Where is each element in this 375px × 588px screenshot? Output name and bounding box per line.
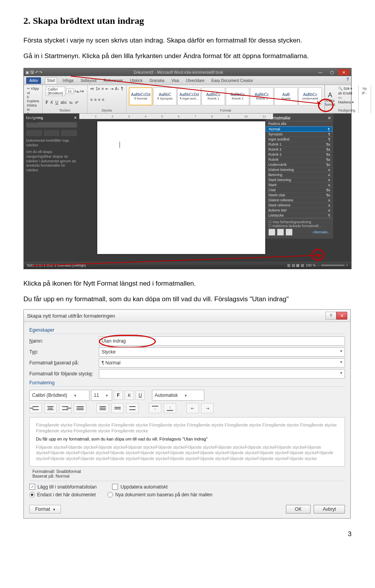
style-gallery-item[interactable]: AaBbCcDd¶ Inget avst... bbox=[177, 87, 201, 105]
minimize-button[interactable]: — bbox=[314, 69, 326, 75]
style-pane-item[interactable]: Citat¶a bbox=[266, 188, 332, 193]
dlg-spacebefore-inc-button[interactable]: ↕ bbox=[149, 403, 161, 413]
find-button[interactable]: 🔍 Sök ▾ bbox=[338, 87, 355, 91]
close-button[interactable]: ✕ bbox=[338, 69, 350, 75]
styles-preview-checkbox[interactable]: ☐ Visa förhandsgranskning bbox=[268, 220, 330, 224]
style-pane-item[interactable]: Normal¶ bbox=[266, 126, 332, 132]
dlg-format-menu-button[interactable]: Format bbox=[29, 505, 61, 513]
cut-button[interactable]: ✂ Klipp ut bbox=[27, 87, 39, 95]
new-style-icon[interactable] bbox=[268, 229, 275, 236]
format-painter-button[interactable]: ✎ Hämta format bbox=[27, 112, 39, 124]
style-pane-item[interactable]: Underrubrik¶a bbox=[266, 162, 332, 167]
style-gallery-item[interactable]: AaBbCcRubrik 3 bbox=[250, 87, 273, 105]
zoom-plus-icon[interactable]: + bbox=[346, 263, 348, 267]
bullets-icon[interactable]: •≡ bbox=[91, 87, 94, 91]
style-inspector-icon[interactable] bbox=[277, 229, 284, 236]
pilcrow-icon[interactable]: ¶ bbox=[121, 87, 123, 91]
dlg-font-color-select[interactable]: Automatisk bbox=[152, 390, 204, 401]
dlg-cancel-button[interactable]: Avbryt bbox=[314, 505, 345, 513]
numbering-icon[interactable]: 1≡ bbox=[96, 87, 100, 91]
styles-pane-close-icon[interactable]: ✕ bbox=[328, 116, 331, 120]
style-gallery-item[interactable]: AaBbC¶ Synopsis bbox=[153, 87, 177, 105]
maximize-button[interactable]: ▢ bbox=[326, 69, 338, 75]
multilevel-icon[interactable]: ≡ bbox=[102, 87, 104, 91]
indent-dec-icon[interactable]: ⇤ bbox=[105, 87, 109, 91]
dlg-indent-inc-button[interactable]: ⇥ bbox=[201, 403, 214, 413]
tab-visa[interactable]: Visa bbox=[170, 78, 180, 83]
dlg-linespacing-wide-button[interactable] bbox=[126, 403, 139, 413]
dialog-close-button[interactable]: ✕ bbox=[336, 312, 347, 320]
dlg-only-this-doc-radio[interactable]: Endast i det här dokumentet bbox=[29, 492, 96, 497]
paste-button[interactable]: Klistra in bbox=[27, 103, 39, 112]
style-pane-item[interactable]: Rubrik 1¶a bbox=[266, 142, 332, 147]
select-button[interactable]: ▭ Markera ▾ bbox=[338, 96, 355, 105]
change-styles-button[interactable]: A Ändra format bbox=[325, 85, 335, 113]
styles-options-link[interactable]: Alternativ... bbox=[313, 230, 330, 234]
copy-button[interactable]: ⎘ Kopiera bbox=[27, 95, 39, 104]
style-pane-item[interactable]: Stark betoninga bbox=[266, 178, 332, 183]
strike-button[interactable]: abc bbox=[61, 100, 67, 105]
shrink-font-icon[interactable]: A▾ bbox=[80, 89, 84, 93]
page-canvas[interactable]: | bbox=[97, 121, 265, 254]
tab-arkiv[interactable]: Arkiv bbox=[26, 77, 41, 84]
align-justify-icon[interactable]: ≡ bbox=[102, 98, 104, 102]
font-family-select[interactable]: Calibri (Brödtext) bbox=[46, 87, 65, 96]
dlg-align-right-button[interactable] bbox=[59, 403, 71, 413]
subscript-button[interactable]: x₂ bbox=[69, 100, 73, 105]
style-gallery-item[interactable]: AaBbCcRubrik 2 bbox=[226, 87, 249, 105]
dlg-auto-update-checkbox[interactable]: Uppdatera automatiskt bbox=[112, 484, 168, 490]
tab-start[interactable]: Start bbox=[45, 77, 57, 83]
style-pane-item[interactable]: Stark referensa bbox=[266, 203, 332, 208]
style-pane-item[interactable]: Inget avstånd¶ bbox=[266, 137, 332, 142]
dlg-font-family-select[interactable]: Calibri (Brödtext) bbox=[29, 390, 89, 401]
tab-edc[interactable]: Easy Document Creator bbox=[210, 78, 255, 83]
style-pane-item[interactable]: Diskret betoninga bbox=[266, 167, 332, 172]
document-area[interactable]: 123456789101112131415161718 | Formatmall… bbox=[79, 114, 351, 262]
dlg-linespacing-med-button[interactable] bbox=[111, 403, 124, 413]
align-left-icon[interactable]: ≡ bbox=[91, 98, 93, 102]
sort-icon[interactable]: A↓ bbox=[115, 87, 120, 91]
dlg-align-justify-button[interactable] bbox=[74, 403, 86, 413]
type-select[interactable]: Stycke bbox=[99, 347, 345, 357]
dlg-linespacing-tight-button[interactable] bbox=[96, 403, 109, 413]
style-pane-item[interactable]: Diskret referensa bbox=[266, 198, 332, 203]
help-icon[interactable]: ? bbox=[346, 77, 349, 82]
dlg-new-docs-radio[interactable]: Nya dokument som baseras på den här mall… bbox=[107, 492, 212, 497]
indent-inc-icon[interactable]: ⇥ bbox=[110, 87, 113, 91]
dlg-underline-button[interactable]: U bbox=[136, 391, 145, 400]
zoom-minus-icon[interactable]: − bbox=[317, 263, 319, 267]
dlg-italic-button[interactable]: K bbox=[125, 391, 134, 400]
style-pane-item[interactable]: Synopsis¶ bbox=[266, 132, 332, 137]
dlg-indent-dec-button[interactable]: ⇤ bbox=[186, 403, 199, 413]
dlg-align-center-button[interactable] bbox=[44, 403, 57, 413]
font-size-select[interactable]: 11 bbox=[66, 89, 74, 94]
dlg-align-left-button[interactable] bbox=[29, 403, 42, 413]
style-pane-item[interactable]: Rubrik¶a bbox=[266, 157, 332, 162]
name-input[interactable]: Utan indrag bbox=[99, 336, 345, 346]
style-gallery-item[interactable]: AaBRubrik bbox=[274, 87, 298, 105]
nav-tab-results[interactable] bbox=[61, 130, 77, 136]
style-pane-item[interactable]: Starkt citat¶a bbox=[266, 193, 332, 198]
zoom-value[interactable]: 100 % bbox=[306, 263, 316, 267]
dlg-spacebefore-dec-button[interactable]: ↕ bbox=[164, 403, 176, 413]
tab-granska[interactable]: Granska bbox=[148, 78, 166, 83]
view-buttons[interactable]: ▥ ▤ ▦ ▧ bbox=[287, 263, 304, 267]
style-pane-item[interactable]: Starka bbox=[266, 183, 332, 188]
underline-button[interactable]: U bbox=[55, 100, 58, 105]
tab-infoga[interactable]: Infoga bbox=[61, 78, 75, 83]
bold-button[interactable]: F bbox=[46, 100, 48, 105]
dlg-add-quicklist-checkbox[interactable]: ✓Lägg till i snabbformatslistan bbox=[29, 484, 96, 490]
style-gallery-item[interactable]: AaBbCcUnderrubrik bbox=[298, 87, 322, 105]
following-select[interactable] bbox=[99, 369, 345, 378]
style-pane-item[interactable]: Rubrik 3¶a bbox=[266, 152, 332, 157]
dialog-help-button[interactable]: ? bbox=[325, 312, 336, 320]
tab-utskick[interactable]: Utskick bbox=[129, 78, 144, 83]
style-gallery-item[interactable]: AaBbCcDd¶ Normal bbox=[129, 87, 152, 105]
dlg-font-size-select[interactable]: 11 bbox=[91, 390, 112, 401]
nav-tab-pages[interactable] bbox=[44, 130, 60, 136]
tab-referenser[interactable]: Referenser bbox=[102, 78, 124, 83]
tab-utvecklare[interactable]: Utvecklare bbox=[184, 78, 206, 83]
styles-linked-checkbox[interactable]: ☐ Inaktivera länkade formatmall... bbox=[268, 224, 330, 228]
nav-tab-headings[interactable] bbox=[26, 130, 42, 136]
dlg-bold-button[interactable]: F bbox=[114, 391, 123, 400]
